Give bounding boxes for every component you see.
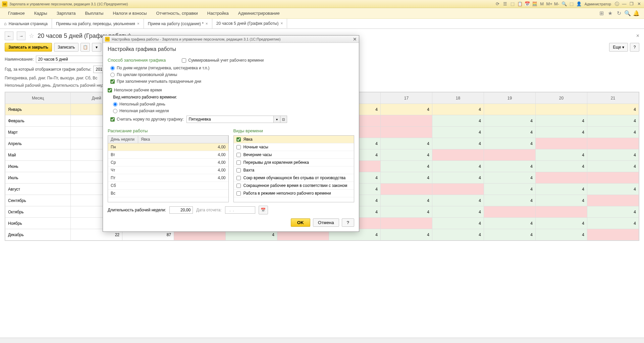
menu-item[interactable]: Выплаты [80, 9, 108, 18]
favorite-icon[interactable]: ☆ [29, 32, 34, 40]
tab[interactable]: Прием на работу (создание) *× [144, 19, 212, 28]
schedule-grid[interactable]: День неделиЯвка Пн4,00Вт4,00Ср4,00Чт4,00… [108, 135, 229, 202]
modal-window-title: Настройка графика работы - Зарплата и уп… [112, 37, 281, 41]
modal-close-icon[interactable]: ✕ [353, 37, 357, 42]
name-label: Наименование: [5, 57, 34, 62]
home-icon: ⌂ [4, 21, 7, 26]
maximize-icon[interactable]: ❐ [629, 1, 635, 7]
dropdown-icon[interactable]: ▾ [274, 116, 280, 123]
save-button[interactable]: Записать [54, 43, 78, 52]
admin-name[interactable]: Администратор [585, 2, 611, 6]
summarized-check[interactable]: Суммированный учет рабочего времени [179, 57, 264, 64]
schedule-row[interactable]: Чт4,00 [108, 166, 228, 174]
week-len-label: Длительность рабочей недели: [108, 208, 166, 212]
schedule-row[interactable]: Вс [108, 190, 228, 197]
by-cycle-radio[interactable]: По циклам произвольной длины [108, 71, 354, 78]
type-row[interactable]: Вечерние часы [234, 151, 354, 159]
close-icon[interactable]: ✕ [636, 1, 642, 7]
tb-icon[interactable]: 🧮 [532, 1, 538, 7]
main-menu: Главное Кадры Зарплата Выплаты Налоги и … [0, 8, 644, 19]
tool-button[interactable]: 📋 [80, 43, 90, 52]
apps-icon[interactable]: ⊞ [597, 9, 606, 18]
tb-icon[interactable]: ⟳ [495, 1, 501, 7]
history-icon[interactable]: ↻ [614, 9, 623, 18]
holidays-check[interactable]: При заполнении учитывать праздничные дни [108, 78, 354, 85]
menu-item[interactable]: Настройка [203, 9, 233, 18]
more-button[interactable]: Еще ▾ [609, 43, 628, 52]
types-title: Виды времени [233, 128, 355, 133]
modal-title: Настройка графика работы [108, 46, 354, 52]
app-logo: 1c [2, 1, 7, 7]
menu-item[interactable]: Главное [3, 9, 30, 18]
schedule-row[interactable]: Вт4,00 [108, 151, 228, 159]
nav-back[interactable]: ← [5, 31, 13, 40]
minimize-icon[interactable]: — [621, 1, 627, 7]
type-row[interactable]: Перерывы для кормления ребенка [234, 159, 354, 166]
help-button[interactable]: ? [630, 43, 639, 52]
type-row[interactable]: Сокр время обучающихся без отрыва от про… [234, 174, 354, 182]
tb-icon[interactable]: ⬚ [509, 1, 516, 7]
partweek-radio[interactable]: Неполная рабочая неделя [108, 108, 354, 114]
norm-select[interactable]: ▾ ⊡ [186, 116, 287, 123]
app-logo: 1c [105, 37, 110, 42]
open-icon[interactable]: ⊡ [280, 116, 287, 123]
tab-active[interactable]: 20 часов 5 дней (График работы)× [212, 19, 287, 28]
app-titlebar: 1c Зарплата и управление персоналом, ред… [0, 0, 644, 8]
help-button[interactable]: ? [342, 218, 354, 227]
tool-button[interactable]: ▾ [92, 43, 101, 52]
type-row[interactable]: Работа в режиме неполного рабочего време… [234, 190, 354, 197]
type-row[interactable]: Вахта [234, 166, 354, 174]
tb-icon[interactable]: ⬚ [569, 1, 575, 7]
date-input[interactable] [225, 206, 255, 214]
partday-radio[interactable]: Неполный рабочий день [108, 101, 354, 108]
schedule-title: Расписание работы [108, 128, 229, 133]
tb-icon[interactable]: M+ [546, 1, 552, 7]
type-row[interactable]: Ночные часы [234, 143, 354, 151]
info-icon[interactable]: ⓘ [614, 1, 620, 7]
app-title: Зарплата и управление персоналом, редакц… [9, 2, 495, 6]
calendar-icon[interactable]: 📅 [259, 206, 268, 214]
settings-modal: 1c Настройка графика работы - Зарплата и… [103, 35, 359, 232]
star-icon[interactable]: ★ [606, 9, 614, 18]
menu-item[interactable]: Кадры [30, 9, 52, 18]
schedule-row[interactable]: Сб [108, 182, 228, 190]
menu-item[interactable]: Зарплата [52, 9, 80, 18]
schedule-row[interactable]: Пн4,00 [108, 143, 228, 151]
menu-item[interactable]: Налоги и взносы [108, 9, 151, 18]
tb-icon[interactable]: ☰ [502, 1, 508, 7]
close-icon[interactable]: × [137, 21, 140, 26]
week-len-input[interactable] [169, 206, 193, 214]
search-icon[interactable]: 🔍 [561, 1, 567, 7]
section-fill: Способ заполнения графика [108, 58, 166, 63]
tb-icon[interactable]: M [539, 1, 545, 7]
name-input[interactable] [36, 56, 103, 63]
nav-forward[interactable]: → [17, 31, 25, 40]
by-week-radio[interactable]: По дням недели (пятидневка, шестидневка … [108, 65, 354, 71]
close-icon[interactable]: × [280, 21, 283, 26]
tb-icon[interactable]: 📋 [517, 1, 523, 7]
tab-bar: ⌂Начальная страница Приемы на работу, пе… [0, 19, 644, 29]
type-row[interactable]: Явка [234, 136, 354, 143]
cancel-button[interactable]: Отмена [313, 218, 339, 227]
close-icon[interactable]: × [206, 21, 208, 26]
save-close-button[interactable]: Записать и закрыть [5, 43, 52, 52]
year-label: Год, за который отображается график рабо… [5, 67, 91, 72]
bell-icon[interactable]: 🔔 [632, 9, 641, 18]
parttime-check[interactable]: Неполное рабочее время [108, 87, 354, 93]
type-row[interactable]: Сокращенное рабочее время в соответствии… [234, 182, 354, 190]
menu-item[interactable]: Отчетность, справки [152, 9, 203, 18]
norm-check[interactable]: Считать норму по другому графику: [110, 117, 184, 122]
search-icon[interactable]: 🔍 [623, 9, 632, 18]
types-grid[interactable]: Явка Ночные часы Вечерние часы Перерывы … [233, 135, 355, 202]
tb-icon[interactable]: M- [554, 1, 560, 7]
user-icon[interactable]: 👤 [576, 1, 582, 7]
tb-icon[interactable]: 📅 [524, 1, 530, 7]
schedule-row[interactable]: Ср4,00 [108, 159, 228, 166]
ok-button[interactable]: OK [291, 218, 310, 227]
schedule-row[interactable]: Пт4,00 [108, 174, 228, 182]
tab[interactable]: Приемы на работу, переводы, увольнения× [52, 19, 144, 28]
page-close-icon[interactable]: × [636, 33, 639, 39]
tab-home[interactable]: ⌂Начальная страница [0, 19, 52, 28]
menu-item[interactable]: Администрирование [233, 9, 284, 18]
modal-titlebar: 1c Настройка графика работы - Зарплата и… [103, 36, 359, 43]
